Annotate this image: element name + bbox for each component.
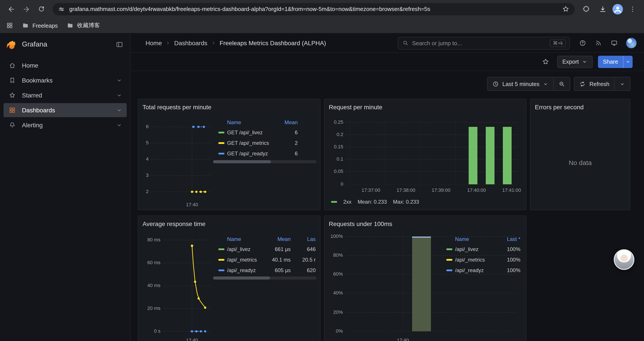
forward-button[interactable] (19, 2, 33, 16)
series-name[interactable]: GET /api/_readyz (227, 151, 273, 157)
series-name[interactable]: /api/_metrics (227, 257, 265, 263)
chevron-down-icon[interactable] (116, 107, 122, 113)
legend-last-header[interactable]: Last * (499, 236, 520, 242)
y-tick: 80% (324, 252, 343, 258)
y-tick: 40 ms (138, 283, 160, 288)
sidebar-item-dashboards[interactable]: Dashboards (4, 103, 127, 117)
panel-title[interactable]: Errors per second (530, 99, 630, 112)
refresh-button[interactable]: Refresh (574, 77, 614, 90)
legend-name-header[interactable]: Name (227, 119, 273, 126)
home-icon (9, 62, 16, 69)
series-mean: Mean: 0.233 (358, 199, 387, 205)
sidebar-collapse-icon[interactable] (116, 41, 123, 48)
sidebar-item-label: Alerting (22, 122, 43, 129)
sidebar: Grafana Home Bookmarks Starred (0, 34, 131, 341)
y-tick: 60 ms (138, 260, 160, 265)
legend-scrollbar[interactable] (213, 160, 316, 163)
bookmark-star-icon[interactable] (562, 5, 570, 13)
share-menu-caret[interactable] (623, 56, 632, 68)
url-text[interactable]: grafana.mathmast.com/d/deytv4rwavabkb/fr… (69, 6, 558, 12)
legend-row[interactable]: /api/_metrics 100% (446, 254, 520, 265)
export-button[interactable]: Export (557, 56, 593, 68)
y-tick: 0.25 (324, 119, 343, 125)
legend-mean-header[interactable]: Mean (265, 236, 291, 242)
downloads-icon[interactable] (596, 2, 610, 16)
extensions-icon[interactable] (579, 2, 593, 16)
legend-name-header[interactable]: Name (227, 236, 265, 242)
time-controls: Last 5 minutes Refresh (487, 77, 630, 91)
y-tick: 0 s (138, 328, 160, 334)
series-name[interactable]: /api/_readyz (455, 267, 499, 273)
search-icon (402, 40, 408, 46)
share-button[interactable]: Share (598, 56, 623, 68)
sidebar-item-bookmarks[interactable]: Bookmarks (4, 73, 127, 87)
star-icon (9, 92, 16, 99)
series-name[interactable]: /api/_metrics (455, 257, 499, 263)
panel-title[interactable]: Average response time (138, 216, 320, 228)
x-tick: 17:40:00 (464, 187, 490, 193)
user-avatar[interactable] (626, 38, 636, 48)
legend-row[interactable]: /api/_metrics 40.1 ms 20.5 r (218, 254, 316, 265)
request-per-minute-chart[interactable] (346, 120, 517, 184)
series-last: 620 (294, 267, 316, 273)
chevron-down-icon[interactable] (116, 77, 122, 83)
series-name[interactable]: GET /api/_livez (227, 129, 273, 136)
legend-row[interactable]: /api/_readyz 100% (446, 265, 520, 276)
sidebar-item-home[interactable]: Home (4, 58, 127, 72)
panel-title[interactable]: Total requests per minute (138, 99, 320, 112)
legend-row[interactable]: /api/_readyz 605 µs 620 (218, 265, 316, 276)
reload-button[interactable] (34, 2, 48, 16)
bookmark-folder-blogs[interactable]: 收藏博客 (67, 22, 100, 30)
panel-title[interactable]: Requests under 100ms (324, 216, 526, 228)
legend-row[interactable]: /api/_livez 661 µs 646 (218, 244, 316, 254)
browser-profile-avatar[interactable] (612, 4, 623, 14)
series-name[interactable]: /api/_livez (455, 246, 499, 252)
series-name[interactable]: 2xx (343, 199, 351, 205)
sidebar-item-starred[interactable]: Starred (4, 88, 127, 102)
y-tick: 60% (324, 271, 343, 277)
time-range-picker[interactable]: Last 5 minutes (488, 77, 554, 90)
legend-row[interactable]: GET /api/_livez 6 (218, 127, 316, 138)
back-button[interactable] (4, 2, 18, 16)
legend-row[interactable]: GET /api/_metrics 2 (218, 138, 316, 148)
assistant-avatar[interactable] (614, 249, 634, 270)
avg-response-chart[interactable] (164, 237, 211, 336)
series-last: 100% (499, 246, 520, 252)
browser-toolbar: grafana.mathmast.com/d/deytv4rwavabkb/fr… (0, 0, 644, 18)
total-requests-chart[interactable] (150, 123, 214, 198)
series-color-dash (218, 259, 224, 261)
search-input[interactable]: Search or jump to... ⌘+k (398, 37, 570, 49)
series-name[interactable]: /api/_readyz (227, 267, 265, 273)
browser-menu-icon[interactable] (626, 2, 640, 16)
panel-title[interactable]: Request per minute (324, 99, 526, 112)
legend-scrollbar[interactable] (213, 276, 316, 279)
breadcrumb-home[interactable]: Home (146, 40, 162, 47)
sidebar-item-alerting[interactable]: Alerting (4, 118, 127, 132)
apps-grid-icon[interactable] (6, 22, 13, 29)
legend-mean-header[interactable]: Mean (273, 119, 298, 126)
refresh-interval-caret[interactable] (614, 77, 630, 90)
site-info-icon[interactable] (58, 6, 65, 13)
no-data-message: No data (530, 159, 630, 166)
legend-last-header[interactable]: Las (294, 236, 316, 242)
breadcrumb-dashboards[interactable]: Dashboards (174, 40, 207, 47)
series-name[interactable]: /api/_livez (227, 246, 265, 252)
y-tick: 3 (138, 172, 148, 178)
display-icon[interactable] (608, 37, 621, 49)
help-icon[interactable] (576, 37, 589, 49)
address-bar[interactable]: grafana.mathmast.com/d/deytv4rwavabkb/fr… (52, 3, 575, 15)
share-label: Share (603, 58, 618, 65)
y-tick: 0.2 (324, 132, 343, 137)
chevron-down-icon[interactable] (116, 92, 122, 98)
chevron-down-icon[interactable] (116, 122, 122, 128)
legend-name-header[interactable]: Name (455, 236, 499, 242)
series-color-dash (446, 259, 452, 261)
bookmark-folder-freeleaps[interactable]: Freeleaps (22, 22, 58, 29)
favorite-star-icon[interactable] (540, 56, 552, 68)
legend-row[interactable]: GET /api/_readyz 6 (218, 148, 316, 159)
zoom-out-button[interactable] (554, 77, 570, 90)
grafana-logo[interactable] (6, 39, 17, 50)
news-rss-icon[interactable] (592, 37, 605, 49)
legend-row[interactable]: /api/_livez 100% (446, 244, 520, 254)
series-name[interactable]: GET /api/_metrics (227, 140, 273, 146)
